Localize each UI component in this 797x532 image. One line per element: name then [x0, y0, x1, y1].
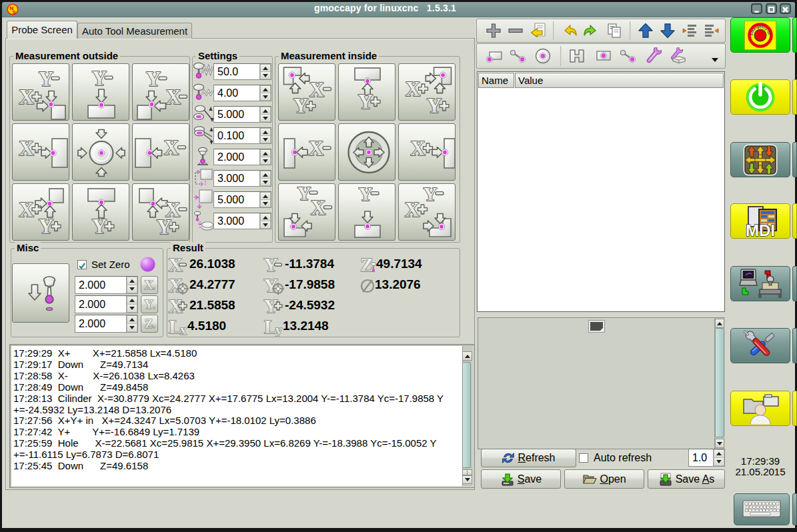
svg-text:x: x: [180, 323, 187, 337]
svg-text:X: X: [309, 137, 324, 160]
svg-text:X: X: [309, 78, 325, 101]
svg-text:X: X: [164, 136, 179, 159]
svg-text:MDI: MDI: [746, 221, 775, 237]
svg-text:y: y: [275, 323, 282, 337]
svg-text:Y: Y: [359, 184, 373, 205]
svg-text:Z: Z: [145, 317, 153, 331]
svg-text:S: S: [13, 9, 17, 15]
svg-text:Y: Y: [144, 297, 153, 311]
svg-text:Y: Y: [297, 184, 311, 204]
svg-text:X: X: [144, 278, 153, 292]
svg-text:Y: Y: [424, 184, 438, 205]
